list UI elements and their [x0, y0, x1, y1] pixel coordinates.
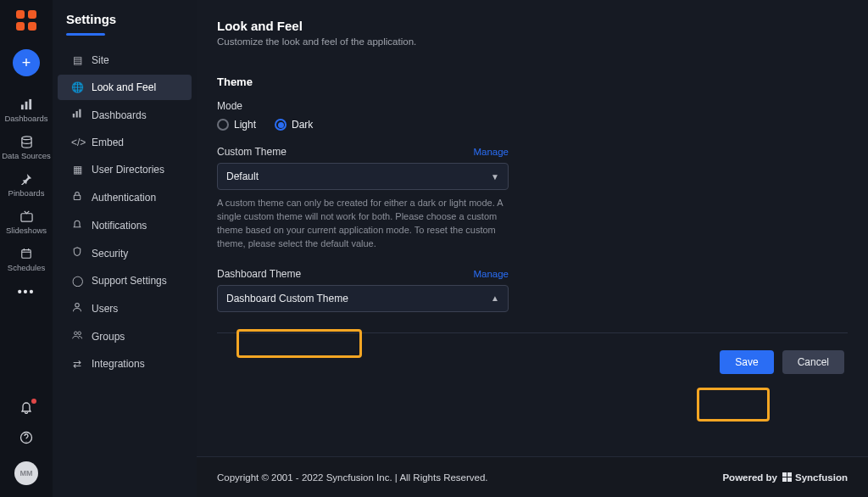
custom-theme-label: Custom Theme: [217, 146, 287, 158]
directory-icon: ▦: [71, 164, 83, 176]
svg-rect-13: [79, 109, 81, 118]
sidebar-item-label: Groups: [92, 331, 125, 343]
footer: Copyright © 2001 - 2022 Syncfusion Inc. …: [197, 456, 868, 497]
mode-label: Mode: [217, 100, 848, 112]
action-row: Save Cancel: [217, 350, 848, 374]
highlight-box-save: [697, 388, 770, 422]
rail-item-pinboards[interactable]: Pinboards: [0, 166, 53, 204]
sidebar-item-label: Authentication: [92, 192, 156, 204]
page-subtitle: Customize the look and feel of the appli…: [217, 36, 848, 47]
sidebar-item-dashboards[interactable]: Dashboards: [58, 102, 192, 128]
left-rail: + Dashboards Data Sources Pinboards Slid…: [0, 0, 53, 497]
chart-icon: [71, 109, 83, 121]
sidebar-item-label: Integrations: [92, 358, 145, 370]
custom-theme-value: Default: [226, 170, 259, 182]
main-panel: Look and Feel Customize the look and fee…: [197, 0, 868, 497]
radio-label: Light: [234, 119, 256, 131]
site-icon: ▤: [71, 54, 83, 66]
svg-point-17: [77, 332, 81, 335]
app-logo: [14, 8, 38, 32]
svg-rect-9: [22, 250, 31, 259]
dashboard-theme-label: Dashboard Theme: [217, 268, 301, 280]
rail-more-button[interactable]: •••: [18, 285, 36, 299]
notifications-bell-button[interactable]: [19, 400, 33, 417]
sidebar-item-groups[interactable]: Groups: [58, 323, 192, 349]
sidebar-item-label: Embed: [92, 137, 124, 148]
tv-icon: [20, 209, 33, 223]
radio-label: Dark: [292, 119, 313, 131]
sidebar-item-label: Notifications: [92, 220, 147, 232]
svg-point-7: [21, 136, 31, 139]
rail-item-label: Data Sources: [2, 151, 51, 160]
sidebar-item-security[interactable]: Security: [58, 240, 192, 266]
sidebar-item-notifications[interactable]: Notifications: [58, 212, 192, 238]
svg-rect-8: [20, 213, 31, 221]
pin-icon: [20, 172, 32, 186]
brand-name: Syncfusion: [795, 472, 848, 483]
save-button[interactable]: Save: [720, 350, 773, 374]
shield-icon: [71, 247, 83, 260]
rail-item-label: Pinboards: [8, 188, 45, 198]
plug-icon: ⇄: [71, 358, 83, 370]
chevron-down-icon: ▼: [491, 172, 499, 181]
section-theme-title: Theme: [217, 75, 848, 88]
help-button[interactable]: [19, 431, 33, 448]
syncfusion-glyph-icon: [782, 472, 792, 482]
user-avatar[interactable]: MM: [14, 461, 38, 485]
users-icon: [71, 330, 83, 343]
code-icon: </>: [71, 137, 83, 148]
rail-item-slideshows[interactable]: Slideshows: [0, 204, 53, 241]
copyright-text: Copyright © 2001 - 2022 Syncfusion Inc. …: [217, 472, 488, 483]
globe-icon: 🌐: [71, 81, 83, 93]
mode-radio-group: Light Dark: [217, 119, 848, 131]
headset-icon: ◯: [71, 275, 83, 287]
help-icon: [19, 433, 33, 447]
bell-icon: [19, 402, 33, 416]
svg-point-16: [74, 332, 77, 335]
custom-theme-select[interactable]: Default ▼: [217, 163, 509, 190]
cancel-button[interactable]: Cancel: [782, 350, 844, 374]
svg-rect-6: [29, 98, 31, 109]
sidebar-item-site[interactable]: ▤ Site: [58, 47, 192, 73]
sidebar-item-label: Site: [92, 54, 109, 66]
rail-item-label: Dashboards: [4, 114, 47, 123]
rail-item-datasources[interactable]: Data Sources: [0, 129, 53, 166]
rail-item-dashboards[interactable]: Dashboards: [0, 92, 53, 129]
user-icon: [71, 302, 83, 315]
plus-icon: +: [22, 54, 31, 72]
dashboard-theme-manage-link[interactable]: Manage: [473, 269, 509, 279]
sidebar-item-integrations[interactable]: ⇄ Integrations: [58, 351, 192, 377]
page-title: Look and Feel: [217, 19, 848, 33]
notification-dot: [31, 399, 36, 404]
svg-rect-3: [28, 22, 36, 31]
svg-rect-12: [76, 111, 78, 118]
svg-rect-14: [74, 195, 81, 199]
avatar-initials: MM: [20, 469, 33, 477]
lock-icon: [71, 191, 83, 204]
sidebar-item-user-directories[interactable]: ▦ User Directories: [58, 157, 192, 182]
svg-rect-4: [20, 104, 23, 109]
chevron-up-icon: ▲: [491, 293, 499, 303]
svg-rect-5: [25, 101, 27, 109]
add-button[interactable]: +: [13, 49, 40, 76]
dashboard-theme-value: Dashboard Custom Theme: [226, 293, 348, 304]
custom-theme-help-text: A custom theme can only be created for e…: [217, 197, 509, 251]
svg-rect-1: [28, 10, 36, 19]
mode-radio-dark[interactable]: Dark: [275, 119, 313, 131]
settings-sidebar: Settings ▤ Site 🌐 Look and Feel Dashboar…: [53, 0, 197, 497]
rail-item-schedules[interactable]: Schedules: [0, 241, 53, 278]
powered-by: Powered by Syncfusion: [722, 472, 848, 483]
sidebar-item-authentication[interactable]: Authentication: [58, 184, 192, 210]
sidebar-item-support-settings[interactable]: ◯ Support Settings: [58, 268, 192, 293]
sidebar-title: Settings: [53, 12, 197, 33]
svg-rect-0: [16, 10, 25, 19]
sidebar-item-label: Users: [92, 303, 118, 315]
dashboard-theme-select[interactable]: Dashboard Custom Theme ▲: [217, 285, 509, 312]
mode-radio-light[interactable]: Light: [217, 119, 256, 131]
rail-item-label: Slideshows: [6, 226, 47, 235]
sidebar-item-users[interactable]: Users: [58, 295, 192, 321]
radio-outline-icon: [217, 119, 229, 131]
sidebar-item-embed[interactable]: </> Embed: [58, 130, 192, 155]
custom-theme-manage-link[interactable]: Manage: [473, 147, 509, 157]
sidebar-item-look-and-feel[interactable]: 🌐 Look and Feel: [58, 75, 192, 100]
